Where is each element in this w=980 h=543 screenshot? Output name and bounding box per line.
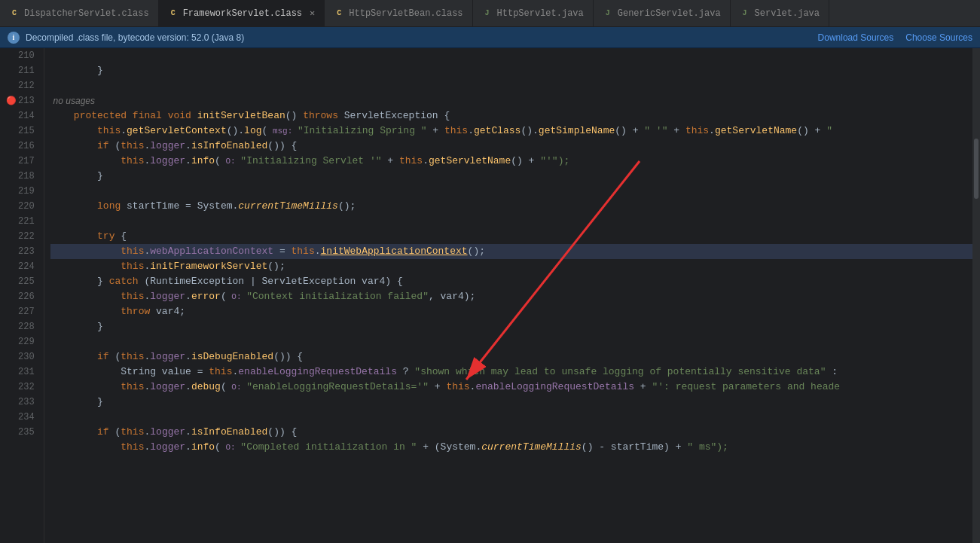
line-num-222: 222 <box>6 229 38 244</box>
line-num-227: 227 <box>6 304 38 319</box>
info-text: Decompiled .class file, bytecode version… <box>26 32 244 43</box>
code-line-235: this.logger.info( O: "Completed initiali… <box>50 440 972 455</box>
tab-frameworkservlet[interactable]: C FrameworkServlet.class ✕ <box>159 0 325 26</box>
download-sources-link[interactable]: Download Sources <box>818 32 894 43</box>
class-icon: C <box>334 8 344 19</box>
tab-label: FrameworkServlet.class <box>183 8 302 19</box>
code-line-219: long startTime = System.currentTimeMilli… <box>50 199 972 214</box>
line-num-216: 216 <box>6 139 38 154</box>
tab-httpservlet[interactable]: J HttpServlet.java <box>473 0 594 26</box>
line-numbers: 210 211 212 🔴213 214 215 216 217 218 219… <box>0 48 44 543</box>
line-num-219: 219 <box>6 184 38 199</box>
code-content[interactable]: } no usages protected final void initSer… <box>44 48 972 543</box>
code-area: 210 211 212 🔴213 214 215 216 217 218 219… <box>0 48 980 543</box>
tab-bar: C DispatcherServlet.class C FrameworkSer… <box>0 0 980 27</box>
line-num-212: 212 <box>6 78 38 93</box>
tab-dispatcherservlet[interactable]: C DispatcherServlet.class <box>0 0 159 26</box>
code-line-214: this.getServletContext().log( msg: "Init… <box>50 124 972 139</box>
line-num-226: 226 <box>6 289 38 304</box>
code-line-229: if (this.logger.isDebugEnabled()) { <box>50 349 972 365</box>
line-num-233: 233 <box>6 395 38 410</box>
line-num-210: 210 <box>6 48 38 63</box>
code-line-218 <box>50 184 972 199</box>
line-num-224: 224 <box>6 259 38 274</box>
line-num-235: 235 <box>6 425 38 440</box>
code-line-210 <box>50 48 972 63</box>
code-line-213: no usages protected final void initServl… <box>50 93 972 124</box>
line-num-223: 223 <box>6 244 38 259</box>
code-line-221: try { <box>50 229 972 244</box>
code-line-216: this.logger.info( O: "Initializing Servl… <box>50 154 972 169</box>
code-line-223: this.initFrameworkServlet(); <box>50 259 972 274</box>
info-icon: i <box>8 32 20 44</box>
tab-label: DispatcherServlet.class <box>24 8 149 19</box>
line-num-221: 221 <box>6 214 38 229</box>
line-num-220: 220 <box>6 199 38 214</box>
code-line-224: } catch (RuntimeException | ServletExcep… <box>50 274 972 289</box>
code-line-215: if (this.logger.isInfoEnabled()) { <box>50 139 972 154</box>
line-num-217: 217 <box>6 154 38 169</box>
tab-label: HttpServletBean.class <box>349 8 463 19</box>
choose-sources-link[interactable]: Choose Sources <box>905 32 972 43</box>
code-line-211: } <box>50 63 972 78</box>
code-line-212 <box>50 78 972 93</box>
scrollbar-thumb[interactable] <box>974 139 978 199</box>
class-icon: C <box>9 8 20 19</box>
tab-servlet[interactable]: J Servlet.java <box>731 0 829 26</box>
line-num-215: 215 <box>6 124 38 139</box>
code-line-227: } <box>50 319 972 334</box>
line-num-231: 231 <box>6 365 38 380</box>
scrollbar-track[interactable] <box>972 48 980 543</box>
code-line-226: throw var4; <box>50 304 972 319</box>
code-line-233 <box>50 410 972 425</box>
java-icon: J <box>740 8 750 19</box>
code-line-217: } <box>50 169 972 184</box>
code-line-234: if (this.logger.isInfoEnabled()) { <box>50 425 972 440</box>
tab-label: Servlet.java <box>755 8 820 19</box>
class-icon: C <box>168 8 179 19</box>
info-bar: i Decompiled .class file, bytecode versi… <box>0 27 980 48</box>
code-line-231: this.logger.debug( O: "enableLoggingRequ… <box>50 380 972 395</box>
info-bar-left: i Decompiled .class file, bytecode versi… <box>8 32 244 44</box>
java-icon: J <box>603 8 613 19</box>
line-num-214: 214 <box>6 108 38 124</box>
tab-genericservlet[interactable]: J GenericServlet.java <box>594 0 731 26</box>
tab-close-button[interactable]: ✕ <box>310 8 315 19</box>
code-line-230: String value = this.enableLoggingRequest… <box>50 365 972 380</box>
line-num-213: 🔴213 <box>6 93 38 108</box>
line-num-229: 229 <box>6 334 38 349</box>
code-line-225: this.logger.error( O: "Context initializ… <box>50 289 972 304</box>
code-line-222: this.webApplicationContext = this.initWe… <box>50 244 972 259</box>
tab-label: GenericServlet.java <box>618 8 721 19</box>
line-num-225: 225 <box>6 274 38 289</box>
line-num-234: 234 <box>6 410 38 425</box>
code-line-220 <box>50 214 972 229</box>
tab-httpservletbean[interactable]: C HttpServletBean.class <box>325 0 472 26</box>
code-line-228 <box>50 334 972 349</box>
line-num-230: 230 <box>6 349 38 365</box>
java-icon: J <box>482 8 493 19</box>
info-bar-right: Download Sources Choose Sources <box>818 32 972 43</box>
code-line-232: } <box>50 395 972 410</box>
line-num-211: 211 <box>6 63 38 78</box>
line-num-218: 218 <box>6 169 38 184</box>
line-num-232: 232 <box>6 380 38 395</box>
line-num-228: 228 <box>6 319 38 334</box>
tab-label: HttpServlet.java <box>497 8 584 19</box>
